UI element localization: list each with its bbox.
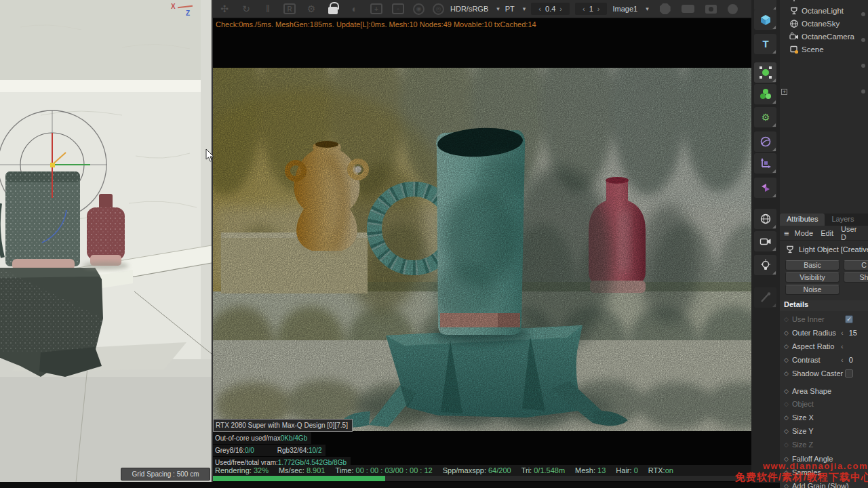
gamma-stepper[interactable]: ‹ 1 › bbox=[575, 3, 607, 15]
chevron-down-icon: ▾ bbox=[523, 5, 526, 12]
section-coord-button[interactable]: C bbox=[844, 260, 868, 270]
attribute-tabs: Attributes Layers bbox=[780, 214, 868, 226]
exposure-stepper[interactable]: ‹ 0.4 › bbox=[531, 3, 570, 15]
menu-mode[interactable]: Mode bbox=[795, 229, 814, 237]
keyframe-diamond-icon[interactable]: ◇ bbox=[784, 441, 792, 448]
simulation-gear-icon[interactable]: ⚙ bbox=[754, 107, 776, 127]
section-noise-button[interactable]: Noise bbox=[785, 285, 840, 295]
object-row-octanelight[interactable]: OctaneLight bbox=[780, 4, 868, 17]
stepper-left-icon[interactable]: ‹ bbox=[841, 356, 844, 364]
pause-render-icon[interactable]: ‖ bbox=[259, 2, 277, 16]
swap-arrows-icon[interactable] bbox=[754, 178, 776, 198]
keyframe-diamond-icon[interactable]: ◇ bbox=[784, 483, 792, 488]
workplane-icon[interactable] bbox=[754, 153, 776, 174]
region-render-icon[interactable]: R bbox=[283, 3, 296, 14]
keyframe-diamond-icon[interactable]: ◇ bbox=[784, 414, 792, 421]
paint-brush-icon[interactable] bbox=[754, 287, 776, 308]
prop-falloff-angle: ◇ Falloff Angle bbox=[780, 452, 868, 466]
cloner-icon[interactable] bbox=[754, 84, 776, 104]
sky-object-icon bbox=[789, 19, 799, 28]
cube-primitive-icon[interactable] bbox=[754, 9, 776, 30]
layer-dot[interactable] bbox=[861, 89, 865, 94]
keyframe-diamond-icon[interactable]: ◇ bbox=[784, 357, 792, 363]
expand-plus-icon[interactable]: + bbox=[781, 89, 787, 95]
lock-resolution-icon[interactable] bbox=[328, 7, 338, 14]
keyframe-diamond-icon[interactable]: ◇ bbox=[784, 329, 792, 336]
perspective-viewport[interactable]: X Z Grid Spacing : 500 cm bbox=[0, 0, 212, 483]
stepper-left-icon[interactable]: ‹ bbox=[841, 342, 844, 350]
sky-globe-icon[interactable] bbox=[754, 209, 776, 229]
tab-layers[interactable]: Layers bbox=[825, 214, 861, 226]
camera-mode-icon[interactable] bbox=[705, 5, 717, 14]
right-dock: OctaneLight OctaneSky OctaneCamera + bbox=[780, 0, 868, 488]
prop-shadow-caster: ◇ Shadow Caster bbox=[780, 367, 868, 380]
object-manager: OctaneLight OctaneSky OctaneCamera + bbox=[780, 0, 868, 60]
stepper-left-icon[interactable]: ‹ bbox=[841, 329, 844, 337]
status-spp: Spp/maxspp: 64/200 bbox=[443, 466, 511, 474]
object-row-scene[interactable]: + Scene bbox=[780, 43, 868, 56]
section-basic-button[interactable]: Basic bbox=[785, 260, 840, 270]
render-pass-dropdown[interactable]: Image1 ▾ bbox=[612, 5, 648, 13]
film-region-icon[interactable] bbox=[682, 5, 694, 13]
render-scene bbox=[213, 68, 752, 431]
keyframe-diamond-icon[interactable]: ◇ bbox=[784, 455, 792, 462]
details-header: Details bbox=[780, 300, 868, 311]
object-row-octanecamera[interactable]: OctaneCamera bbox=[780, 30, 868, 43]
stepper-right-icon[interactable]: › bbox=[555, 5, 566, 13]
picture-in-picture-icon[interactable]: ▫ bbox=[392, 3, 404, 14]
status-rtx: RTX:on bbox=[648, 466, 673, 474]
light-bulb-icon[interactable] bbox=[754, 255, 776, 275]
attribute-manager: Attributes Layers ≡ Mode Edit User D Lig… bbox=[780, 214, 868, 488]
kernel-dropdown[interactable]: PT ▾ bbox=[505, 5, 526, 13]
gpu-device-line: RTX 2080 Super with Max-Q Design [0][7.5… bbox=[213, 419, 353, 432]
prop-size-x: ◇ Size X bbox=[780, 411, 868, 424]
mesh-status-line: Check:0ms./5ms. MeshGen:185ms. Update[L]… bbox=[216, 20, 751, 30]
material-picker-icon[interactable]: ◎ bbox=[433, 3, 444, 15]
menu-user-data[interactable]: User D bbox=[841, 225, 861, 241]
layer-dot[interactable] bbox=[861, 12, 865, 16]
keyframe-diamond-icon[interactable]: ◇ bbox=[784, 343, 792, 350]
viewport-scene bbox=[0, 0, 212, 483]
keyframe-diamond-icon[interactable]: ◇ bbox=[784, 469, 792, 476]
tab-attributes[interactable]: Attributes bbox=[780, 214, 825, 226]
add-render-target-icon[interactable]: + bbox=[370, 3, 382, 14]
keyframe-diamond-icon[interactable]: ◇ bbox=[784, 316, 792, 323]
section-shading-button[interactable]: Sh bbox=[844, 272, 868, 283]
gpu-info-overlay: RTX 2080 Super with Max-Q Design [0][7.5… bbox=[213, 419, 353, 469]
axis-x-label: X bbox=[171, 3, 176, 10]
menu-edit[interactable]: Edit bbox=[821, 229, 833, 237]
sphere-handles-icon[interactable] bbox=[754, 62, 776, 83]
color-space-dropdown[interactable]: HDR/sRGB ▾ bbox=[450, 5, 500, 13]
object-row-octanesky[interactable]: OctaneSky bbox=[780, 17, 868, 30]
prop-samples: ◇ Samples bbox=[780, 466, 868, 479]
viewer-toolbar: ✣ ↻ ‖ R ⚙ ◐ + ▫ ◉ ◎ HDR/sRGB ▾ PT ▾ ‹ 0.… bbox=[213, 0, 752, 18]
keyframe-diamond-icon[interactable]: ◇ bbox=[784, 388, 792, 394]
light-object-icon bbox=[785, 245, 795, 254]
keyframe-diamond-icon[interactable]: ◇ bbox=[784, 428, 792, 434]
focus-picker-icon[interactable]: ◉ bbox=[413, 3, 425, 15]
gpu-outofcore-line: Out-of-core used/max0Kb/4Gb bbox=[213, 432, 311, 444]
shadow-caster-checkbox[interactable] bbox=[845, 369, 853, 378]
clay-mode-icon[interactable]: ◐ bbox=[346, 2, 363, 16]
render-blades-icon[interactable]: ✣ bbox=[216, 2, 233, 16]
light-object-icon bbox=[789, 0, 799, 3]
text-tool-icon[interactable]: T bbox=[754, 34, 776, 54]
use-inner-checkbox[interactable]: ✓ bbox=[845, 315, 853, 323]
render-status-bar: Rendering: 32% Ms/sec: 8.901 Time: 00 : … bbox=[213, 465, 752, 476]
settings-gear-icon[interactable]: ⚙ bbox=[302, 2, 320, 16]
camera-tool-icon[interactable] bbox=[754, 231, 776, 251]
render-image[interactable]: RTX 2080 Super with Max-Q Design [0][7.5… bbox=[213, 68, 752, 431]
prop-outer-radius: ◇ Outer Radius ‹15 bbox=[780, 326, 868, 340]
stepper-right-icon[interactable]: › bbox=[593, 5, 604, 13]
sphere-mode-icon[interactable] bbox=[728, 4, 738, 14]
keyframe-diamond-icon[interactable]: ◇ bbox=[784, 401, 792, 407]
object-select-mode-icon[interactable] bbox=[660, 3, 671, 14]
stepper-left-icon[interactable]: ‹ bbox=[578, 5, 589, 13]
section-visibility-button[interactable]: Visibility bbox=[785, 272, 840, 283]
restart-render-icon[interactable]: ↻ bbox=[237, 2, 255, 16]
layer-dot[interactable] bbox=[861, 64, 865, 68]
hamburger-icon[interactable]: ≡ bbox=[784, 228, 789, 239]
stepper-left-icon[interactable]: ‹ bbox=[534, 5, 545, 13]
spline-disc-icon[interactable] bbox=[754, 131, 776, 152]
keyframe-diamond-icon[interactable]: ◇ bbox=[784, 370, 792, 377]
